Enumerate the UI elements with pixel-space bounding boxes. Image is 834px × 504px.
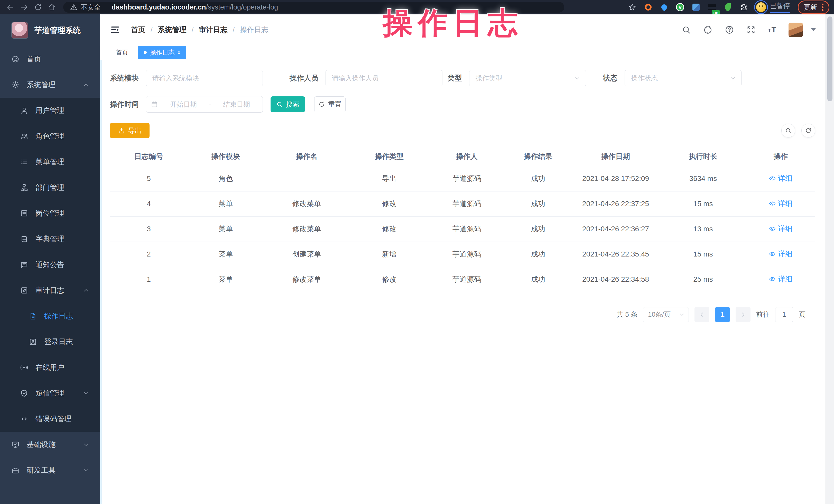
module-input[interactable]	[146, 70, 263, 86]
operate-log-table: 日志编号 操作模块 操作名 操作类型 操作人 操作结果 操作日期 执行时长 操作…	[110, 147, 815, 292]
extensions-puzzle-icon[interactable]	[739, 3, 748, 12]
search-button[interactable]: 搜索	[270, 96, 305, 112]
sidebar-item-audit-log[interactable]: 审计日志	[0, 278, 100, 303]
font-size-icon[interactable]: TT	[768, 25, 777, 34]
detail-link[interactable]: 详细	[769, 174, 792, 183]
sidebar-item-infrastructure[interactable]: 基础设施	[0, 432, 100, 458]
users-icon	[20, 132, 29, 140]
sidebar-item-online-users[interactable]: 在线用户	[0, 355, 100, 380]
goto-page-input[interactable]	[775, 307, 793, 322]
sidebar-item-label: 部门管理	[36, 183, 64, 193]
tag-operate-log[interactable]: 操作日志 x	[138, 46, 186, 59]
type-placeholder: 操作类型	[476, 74, 502, 83]
browser-reload-icon[interactable]	[32, 2, 44, 13]
page-size-select[interactable]: 10条/页	[643, 307, 689, 322]
collapse-sidebar-icon[interactable]	[110, 25, 120, 35]
sidebar-item-dev-tools[interactable]: 研发工具	[0, 458, 100, 483]
page-1-button[interactable]: 1	[715, 307, 730, 322]
sidebar: 芋道管理系统 首页 系统管理 用户管理 角色管理	[0, 15, 100, 504]
sidebar-item-error-codes[interactable]: 错误码管理	[0, 406, 100, 432]
export-button[interactable]: 导出	[110, 123, 150, 138]
extension-pin-icon[interactable]	[660, 3, 669, 12]
sidebar-item-departments[interactable]: 部门管理	[0, 175, 100, 200]
refresh-table-button[interactable]	[802, 124, 815, 137]
sidebar-item-posts[interactable]: 岗位管理	[0, 200, 100, 226]
type-select[interactable]: 操作类型	[469, 70, 586, 86]
avatar-caret-icon[interactable]	[811, 28, 816, 31]
cell-name: 修改菜单	[264, 191, 350, 216]
page-size-value: 10条/页	[648, 310, 671, 319]
detail-link[interactable]: 详细	[769, 224, 792, 234]
browser-forward-icon[interactable]	[19, 2, 30, 13]
sidebar-item-menus[interactable]: 菜单管理	[0, 149, 100, 175]
github-icon[interactable]	[703, 25, 713, 35]
extension-switch-icon[interactable]: on	[707, 3, 717, 12]
chevron-down-icon	[574, 75, 581, 82]
browser-update-button[interactable]: 更新	[798, 1, 829, 14]
module-label: 系统模块	[110, 73, 139, 83]
cell-name: 修改菜单	[264, 267, 350, 292]
table-row: 4 菜单 修改菜单 修改 芋道源码 成功 2021-04-26 22:37:25…	[110, 191, 815, 216]
reset-button[interactable]: 重置	[314, 96, 346, 112]
breadcrumb-separator: /	[192, 26, 194, 34]
col-action: 操作	[746, 147, 815, 166]
cell-date: 2021-04-26 22:37:25	[571, 191, 660, 216]
extension-blue-icon[interactable]	[692, 3, 701, 12]
bookmark-star-icon[interactable]	[628, 3, 637, 12]
status-select[interactable]: 操作状态	[624, 70, 742, 86]
help-icon[interactable]	[725, 25, 734, 35]
extension-emoji-icon[interactable]	[756, 2, 766, 12]
cell-operator: 芋道源码	[429, 242, 505, 267]
cell-type: 新增	[350, 242, 429, 267]
badge-icon	[20, 209, 29, 218]
extension-orange-icon[interactable]	[644, 3, 653, 12]
detail-label: 详细	[778, 174, 792, 183]
cell-result: 成功	[505, 191, 571, 216]
extension-sprout-icon[interactable]	[723, 3, 732, 12]
toggle-search-button[interactable]	[781, 124, 795, 137]
scrollbar[interactable]	[826, 15, 834, 504]
tag-home[interactable]: 首页	[110, 46, 134, 59]
col-type: 操作类型	[350, 147, 429, 166]
date-range-picker[interactable]: 开始日期 - 结束日期	[146, 96, 263, 113]
browser-back-icon[interactable]	[5, 2, 16, 13]
sidebar-item-system[interactable]: 系统管理	[0, 72, 100, 98]
sidebar-item-login-log[interactable]: 登录日志	[0, 329, 100, 355]
breadcrumb-audit-log[interactable]: 审计日志	[199, 25, 228, 35]
breadcrumb-separator: /	[151, 26, 153, 34]
sidebar-item-notices[interactable]: 通知公告	[0, 252, 100, 278]
calendar-icon	[151, 101, 158, 108]
breadcrumb-current: 操作日志	[240, 25, 268, 35]
sidebar-item-users[interactable]: 用户管理	[0, 98, 100, 123]
prev-page-button[interactable]	[695, 307, 709, 322]
search-button-label: 搜索	[286, 100, 299, 109]
browser-menu-icon[interactable]	[822, 4, 824, 11]
browser-home-icon[interactable]	[46, 2, 58, 13]
next-page-button[interactable]	[736, 307, 750, 322]
operator-input[interactable]	[326, 70, 442, 86]
search-icon[interactable]	[681, 25, 691, 35]
fullscreen-icon[interactable]	[746, 25, 756, 35]
briefcase-icon	[11, 466, 20, 475]
detail-link[interactable]: 详细	[769, 274, 792, 284]
breadcrumb-home[interactable]: 首页	[131, 25, 146, 35]
detail-link[interactable]: 详细	[769, 199, 792, 209]
tag-label: 操作日志	[150, 48, 174, 57]
breadcrumb-system[interactable]: 系统管理	[158, 25, 186, 35]
sidebar-item-operate-log[interactable]: 操作日志	[0, 303, 100, 329]
avatar[interactable]	[789, 23, 803, 37]
sidebar-item-label: 基础设施	[27, 440, 56, 450]
message-icon	[20, 260, 29, 269]
document-icon	[29, 312, 38, 321]
sidebar-item-roles[interactable]: 角色管理	[0, 123, 100, 149]
sidebar-logo-row[interactable]: 芋道管理系统	[0, 15, 100, 46]
sidebar-item-home[interactable]: 首页	[0, 46, 100, 72]
sidebar-item-sms[interactable]: 短信管理	[0, 380, 100, 406]
detail-link[interactable]: 详细	[769, 249, 792, 259]
table-row: 3 菜单 修改菜单 修改 芋道源码 成功 2021-04-26 22:36:27…	[110, 216, 815, 242]
scrollbar-thumb[interactable]	[827, 17, 832, 101]
sidebar-item-label: 菜单管理	[36, 157, 64, 167]
extension-vue-devtools-icon[interactable]: v	[676, 3, 685, 12]
sidebar-item-dictionary[interactable]: 字典管理	[0, 226, 100, 252]
close-icon[interactable]: x	[178, 50, 180, 55]
